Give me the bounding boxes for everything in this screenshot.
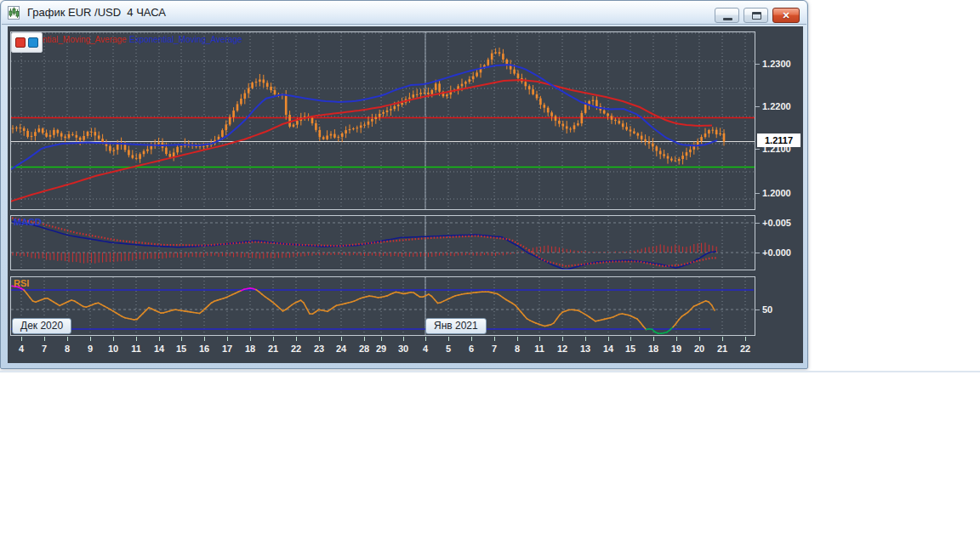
x-axis-tick [471,337,472,341]
x-axis-label: 4 [11,344,31,354]
ema-layer [10,65,717,202]
rsi-panel[interactable] [10,276,755,336]
x-axis-label: 20 [689,344,709,354]
x-axis-label: 21 [712,344,732,354]
macd-canvas[interactable] [10,215,755,270]
x-axis-label: 11 [529,344,550,354]
x-axis-label: 14 [598,344,618,354]
macd-axis-label: +0.000 [762,247,791,258]
price-chart-canvas[interactable] [10,31,755,210]
axis-tick [755,64,760,65]
rsi-levels-layer [11,290,754,329]
x-axis-tick [517,337,518,341]
title-bar[interactable]: График EUR /USD 4 ЧАСА ✕ [2,1,806,25]
ema-slow-color-chip[interactable] [28,37,38,48]
price-chart-panel[interactable] [10,31,755,210]
x-axis-label: 17 [217,344,237,354]
x-axis-tick [296,337,297,341]
x-axis-label: 29 [371,344,391,354]
x-axis-tick [136,337,137,341]
x-axis-tick [381,337,382,341]
x-axis-tick [21,337,22,341]
x-axis-label: 15 [171,344,191,354]
axis-tick [755,106,760,107]
indicator-buttons [11,32,43,53]
minimize-button[interactable] [715,8,739,23]
current-price-box: 1.2117 [757,133,801,147]
x-axis-label: 7 [34,344,54,354]
x-axis-label: 14 [149,344,169,354]
window-controls: ✕ [715,8,800,23]
x-axis-label: 12 [552,344,573,354]
grid-layer [21,277,745,335]
x-axis-tick [273,337,274,341]
axis-tick [755,223,760,224]
maximize-button[interactable] [744,8,768,23]
x-axis-label: 22 [735,344,755,354]
price-axis-label: 1.2300 [762,59,791,69]
macd-axis-label: +0.005 [762,218,791,228]
month-badge-dec-2020: Дек 2020 [12,318,71,334]
x-axis-label: 18 [643,344,664,354]
x-axis-label: 21 [263,344,283,354]
close-icon: ✕ [773,9,799,22]
x-axis-label: 7 [484,344,504,354]
x-axis-label: 15 [620,344,641,354]
close-button[interactable]: ✕ [772,8,800,23]
maximize-icon [752,12,761,20]
macd-indicator-label: MACD [14,217,42,227]
x-axis-label: 10 [103,344,123,354]
legend-ema-slow-label: Exponential_Moving_Average [129,35,242,44]
month-badge-jan-2021: Янв 2021 [425,318,487,334]
x-axis-tick [494,337,495,341]
window-title: График EUR /USD 4 ЧАСА [27,6,166,19]
x-axis-tick [364,337,365,341]
x-axis-label: 9 [80,344,100,354]
x-axis-label: 16 [194,344,214,354]
rsi-canvas[interactable] [10,276,755,336]
price-axis-label: 1.2200 [762,101,791,111]
ema-fast-color-chip[interactable] [15,37,26,48]
axis-tick [755,310,760,310]
x-axis-label: 24 [331,344,351,354]
x-axis-label: 22 [286,344,306,354]
axis-tick [755,193,760,194]
x-axis-tick [676,337,677,341]
x-axis-tick [319,337,320,341]
page-divider [0,371,980,372]
x-axis-tick [425,337,426,341]
x-axis-tick [699,337,700,341]
minimize-icon [723,18,732,20]
x-axis-label: 5 [438,344,459,354]
x-axis-tick [181,337,182,341]
x-axis-tick [67,337,68,341]
x-axis-tick [113,337,114,341]
x-axis-tick [44,337,45,341]
grid-layer [21,32,745,209]
x-axis-label: 8 [57,344,77,354]
x-axis-tick [159,337,160,341]
x-axis-label: 11 [126,344,146,354]
x-axis-tick [722,337,723,341]
x-axis-tick [448,337,449,341]
axis-tick [755,253,760,253]
ema-slow-line [10,80,712,202]
x-axis-label: 30 [393,344,413,354]
x-axis-label: 4 [415,344,436,354]
x-axis-tick [653,337,654,341]
macd-line [12,222,716,270]
hgrid-layer [11,33,755,199]
x-axis-tick [608,337,609,341]
x-axis-label: 6 [461,344,481,354]
macd-panel[interactable] [10,215,755,270]
x-axis-tick [585,337,586,341]
candles-layer [12,48,726,165]
x-axis-tick [630,337,631,341]
x-axis-tick [745,337,746,341]
x-axis-tick [403,337,404,341]
x-axis-tick [204,337,205,341]
x-axis-tick [227,337,228,341]
x-axis-label: 18 [240,344,260,354]
price-axis-label: 1.2000 [762,188,791,198]
x-axis-label: 13 [575,344,595,354]
